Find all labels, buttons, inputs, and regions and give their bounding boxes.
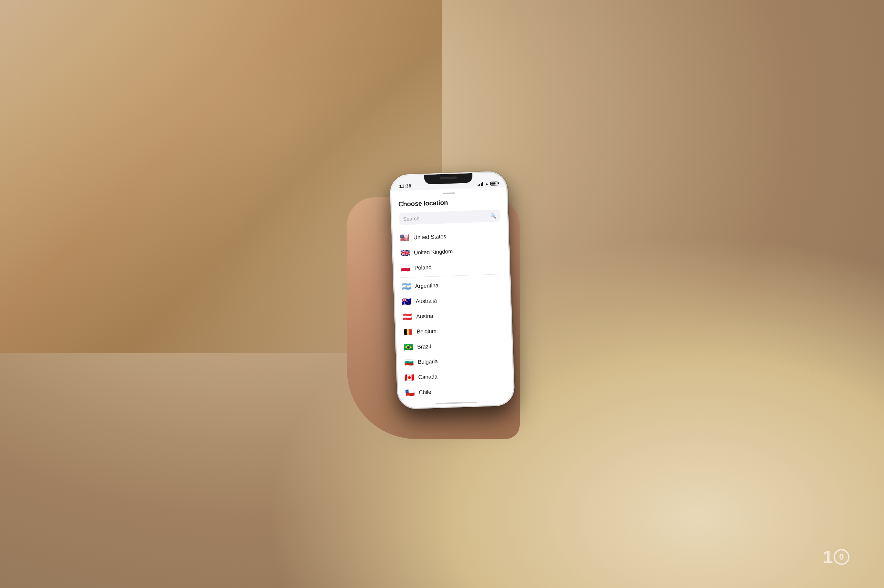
wifi-icon: ▲	[485, 182, 489, 186]
country-list: 🇺🇸 United States 🇬🇧 United Kingdom 🇵🇱 Po…	[392, 227, 514, 403]
page-title: Choose location	[398, 199, 448, 208]
country-name-be: Belgium	[416, 328, 436, 335]
flag-pl: 🇵🇱	[401, 264, 410, 272]
signal-bar-3	[480, 183, 481, 186]
watermark-circle: 0	[834, 549, 849, 565]
status-time: 11:38	[399, 183, 411, 189]
phone-device: 11:38 ▲	[389, 171, 515, 409]
signal-bars-icon	[477, 182, 483, 186]
flag-ar: 🇦🇷	[401, 283, 411, 291]
country-name-ar: Argentina	[415, 282, 439, 289]
country-name-uk: United Kingdom	[414, 249, 453, 256]
battery-fill	[491, 182, 496, 184]
country-name-cl: Chile	[419, 389, 431, 396]
signal-bar-2	[479, 184, 480, 186]
flag-be: 🇧🇪	[403, 328, 413, 336]
search-placeholder: Search	[403, 213, 487, 222]
notch	[424, 173, 473, 184]
phone-screen: 11:38 ▲	[391, 172, 514, 408]
country-name-pl: Poland	[414, 264, 431, 271]
app-screen: Choose location Search 🔍 🇺🇸 United State…	[391, 187, 514, 408]
flag-au: 🇦🇺	[401, 298, 412, 306]
signal-bar-1	[478, 184, 479, 186]
flag-cl: 🇨🇱	[405, 388, 415, 396]
watermark-text: 1	[823, 547, 833, 567]
status-icons: ▲	[477, 181, 498, 186]
country-name-at: Austria	[416, 313, 433, 320]
watermark-circle-inner: 0	[839, 552, 843, 562]
flag-ca: 🇨🇦	[404, 374, 414, 381]
flag-bg: 🇧🇬	[404, 358, 414, 366]
watermark: 1 0	[823, 547, 849, 567]
flag-br: 🇧🇷	[403, 344, 413, 351]
flag-us: 🇺🇸	[400, 234, 409, 242]
flag-uk: 🇬🇧	[400, 249, 410, 257]
battery-icon	[490, 182, 498, 186]
signal-bar-4	[482, 182, 483, 186]
phone-chassis: 11:38 ▲	[389, 171, 515, 409]
search-icon: 🔍	[490, 213, 496, 219]
country-name-bg: Bulgaria	[418, 358, 438, 365]
home-indicator	[436, 402, 477, 404]
country-name-us: United States	[413, 233, 446, 240]
country-name-au: Australia	[415, 297, 437, 304]
flag-at: 🇦🇹	[402, 313, 412, 321]
country-name-br: Brazil	[417, 344, 431, 350]
speaker	[440, 176, 457, 179]
drag-indicator	[443, 192, 455, 194]
scene: 11:38 ▲	[0, 0, 884, 588]
country-name-ca: Canada	[418, 374, 437, 380]
